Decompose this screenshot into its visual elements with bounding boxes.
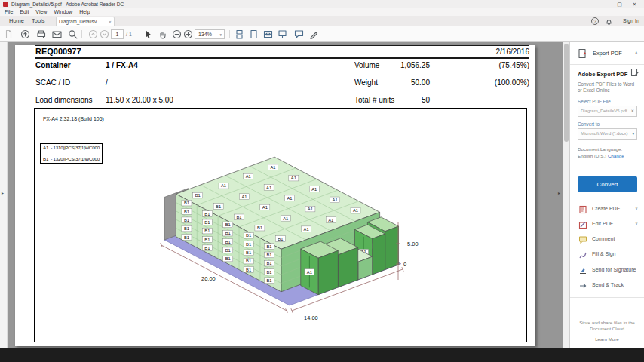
zoom-caret-icon: ▾ [219, 30, 222, 39]
legend-line-b1: B1 - 1320||PCS|37|1|WC000 [43, 156, 100, 161]
right-pane-collapse-icon[interactable]: ▸ [558, 190, 560, 195]
panel-doc-pen-icon [630, 68, 639, 77]
header-row-scac: SCAC / ID / Weight 50.00 (100.00%) [15, 78, 535, 89]
windows-taskbar: I'm Cortana. Ask me anything. e ▦ ılı ıl… [0, 348, 644, 362]
menu-bar: File Edit View Window Help [0, 8, 644, 16]
menu-view[interactable]: View [35, 8, 47, 16]
header-row-dimensions: Load dimensions 11.50 x 20.00 x 5.00 Tot… [15, 96, 535, 106]
scrollbar-thumb[interactable] [564, 44, 569, 142]
sidebar-divider [570, 297, 644, 298]
search-icon[interactable] [68, 29, 78, 39]
tab-home[interactable]: Home [9, 16, 24, 26]
item-legend: A1 - 1310||PCS|37|1|WC000 B1 - 1320||PCS… [40, 143, 103, 164]
convert-button[interactable]: Convert [578, 176, 637, 192]
sidebar-item-edit-pdf[interactable]: Edit PDF ∨ [570, 219, 644, 232]
menu-help[interactable]: Help [79, 8, 90, 16]
svg-text:B1: B1 [204, 212, 210, 216]
send-track-label: Send & Track [592, 282, 624, 287]
selected-file-input[interactable]: Diagram_DetailsV5.pdf ✕ [578, 106, 637, 117]
tab-close-icon[interactable]: ✕ [109, 17, 112, 26]
export-pdf-header[interactable]: Export PDF ∧ [570, 42, 644, 65]
svg-text:A1: A1 [353, 208, 358, 213]
zoom-level-select[interactable]: 134% ▾ [195, 29, 225, 39]
select-tool-icon[interactable] [143, 29, 153, 39]
left-pane-expand-icon[interactable]: ▸ [2, 190, 4, 195]
zoom-in-icon[interactable] [183, 29, 193, 39]
container-label: Container [35, 61, 71, 69]
sidebar-item-create-pdf[interactable]: Create PDF ∨ [570, 204, 644, 217]
sidebar-item-fill-sign[interactable]: Fill & Sign [570, 249, 644, 262]
scrolling-mode-icon[interactable] [235, 29, 244, 39]
svg-text:B1: B1 [184, 218, 189, 222]
close-button[interactable]: ✕ [628, 0, 641, 8]
svg-text:A1: A1 [308, 207, 313, 211]
send-track-icon [578, 281, 587, 290]
reading-mode-icon[interactable] [278, 29, 287, 39]
svg-text:B1: B1 [266, 253, 271, 257]
save-icon[interactable] [4, 29, 14, 39]
panel-description: Convert PDF Files to Word or Excel Onlin… [578, 81, 638, 94]
select-pdf-file-label: Select PDF File [578, 99, 611, 104]
svg-text:14.00: 14.00 [304, 314, 318, 321]
previous-page-icon[interactable] [88, 29, 98, 39]
svg-text:B1: B1 [246, 259, 251, 263]
fill-sign-icon [578, 250, 587, 259]
fit-width-icon[interactable] [263, 29, 273, 39]
svg-text:B1: B1 [246, 250, 251, 255]
sidebar-item-send-signature[interactable]: Send for Signature [570, 265, 644, 278]
fit-one-page-icon[interactable] [249, 29, 259, 39]
clear-file-icon[interactable]: ✕ [630, 106, 634, 116]
svg-text:B1: B1 [278, 237, 283, 241]
tab-tools[interactable]: Tools [32, 16, 45, 26]
export-pdf-label: Export PDF [593, 50, 622, 57]
page-number-input[interactable]: 1 [111, 29, 124, 39]
learn-more-link[interactable]: Learn More [573, 336, 641, 342]
hand-tool-icon[interactable] [158, 29, 167, 39]
email-icon[interactable] [52, 29, 62, 39]
tab-document-label: Diagram_DetailsV... [59, 19, 100, 24]
comment-bubble-icon[interactable] [294, 29, 304, 39]
container-value: 1 / FX-A4 [106, 61, 138, 69]
print-icon[interactable] [36, 29, 46, 39]
sidebar-item-comment[interactable]: Comment [570, 234, 644, 247]
select-caret-icon: ▾ [632, 129, 634, 139]
svg-text:A1: A1 [287, 196, 292, 201]
svg-text:B1: B1 [236, 215, 241, 219]
zoom-out-icon[interactable] [172, 29, 182, 39]
svg-text:A1: A1 [246, 174, 251, 179]
menu-window[interactable]: Window [54, 8, 72, 16]
export-pdf-icon [578, 48, 588, 59]
share-upload-icon[interactable] [20, 29, 30, 39]
help-icon[interactable]: ? [591, 17, 599, 25]
tab-document[interactable]: Diagram_DetailsV... ✕ [56, 17, 115, 26]
sign-pen-icon[interactable] [309, 29, 319, 39]
minimize-button[interactable]: – [598, 0, 611, 8]
convert-to-label: Convert to [578, 121, 600, 127]
svg-text:B1: B1 [204, 220, 210, 225]
change-language-link[interactable]: Change [608, 153, 624, 158]
menu-file[interactable]: File [5, 8, 13, 16]
comment-label: Comment [592, 236, 615, 241]
weight-value: 50.00 [362, 78, 430, 87]
svg-text:B1: B1 [257, 225, 262, 230]
legend-line-a1: A1 - 1310||PCS|37|1|WC000 [43, 145, 100, 150]
svg-text:B1: B1 [266, 244, 271, 249]
convert-format-select[interactable]: Microsoft Word (*.docx) ▾ [578, 128, 637, 140]
svg-text:5.00: 5.00 [407, 241, 419, 247]
svg-text:A1: A1 [304, 227, 309, 232]
sidebar-item-send-track[interactable]: Send & Track [570, 280, 644, 293]
maximize-button[interactable]: ▢ [613, 0, 626, 8]
sign-in-button[interactable]: Sign In [623, 16, 639, 26]
chevron-down-icon: ∨ [635, 221, 638, 225]
edit-pdf-label: Edit PDF [592, 221, 613, 226]
svg-text:B1: B1 [246, 242, 251, 247]
weight-percent: (100.00%) [463, 78, 529, 87]
menu-edit[interactable]: Edit [20, 8, 29, 16]
notifications-bell-icon[interactable] [605, 17, 613, 26]
document-cloud-note: Store and share files in the Document Cl… [573, 320, 641, 332]
svg-text:B1: B1 [266, 261, 271, 265]
document-language-row: English (U.S.) Change [578, 153, 624, 158]
svg-text:B1: B1 [266, 270, 271, 275]
load-diagram-frame: B1B1B1B1B1A1A1A1A1A1A1A1A1A1A1A1A1A1A1A1… [34, 108, 527, 342]
next-page-icon[interactable] [100, 29, 109, 39]
